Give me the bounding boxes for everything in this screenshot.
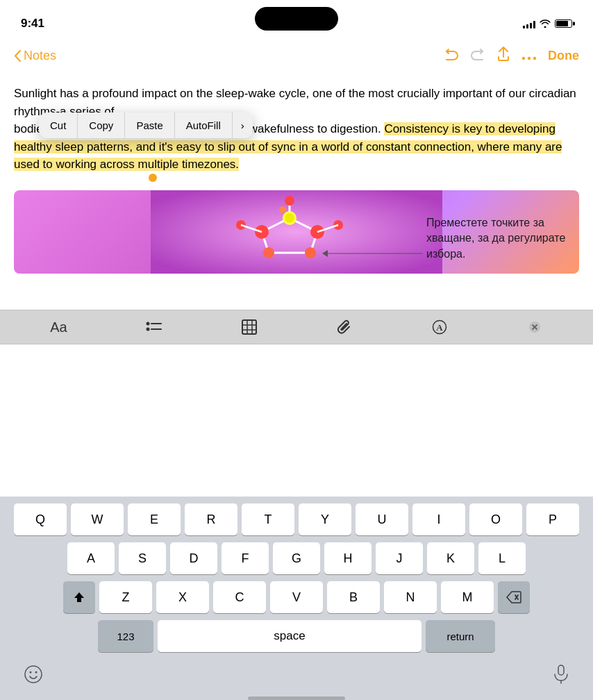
annotation: Преместете точките за хващане, за да рег… [426,215,579,262]
key-l[interactable]: L [478,542,526,574]
keyboard-bottom-row: 123 space return [3,620,590,652]
close-toolbar-button[interactable] [522,315,547,340]
svg-point-40 [35,672,37,674]
key-a[interactable]: A [67,542,115,574]
key-c[interactable]: C [213,581,266,613]
content-area: Cut Copy Paste AutoFill › Sunlight has a… [0,74,593,310]
key-x[interactable]: X [156,581,209,613]
table-button[interactable] [237,315,262,340]
delete-key[interactable] [498,581,530,613]
table-icon [242,319,257,335]
nav-icons: Done [444,47,579,65]
delete-icon [506,591,521,603]
svg-point-15 [305,247,316,258]
svg-point-0 [522,56,525,59]
svg-point-2 [533,56,536,59]
key-h[interactable]: H [324,542,371,574]
key-z[interactable]: Z [99,581,152,613]
home-indicator [248,697,345,700]
undo-button[interactable] [444,47,459,65]
key-i[interactable]: I [412,503,465,535]
more-menu-item[interactable]: › [233,112,253,138]
nav-back-label: Notes [24,49,56,63]
key-v[interactable]: V [270,581,323,613]
text-format-button[interactable]: A [427,315,452,340]
undo-icon [444,47,459,61]
svg-rect-41 [558,665,564,675]
paste-menu-item[interactable]: Paste [125,112,174,138]
font-format-button[interactable]: Aa [47,315,72,340]
redo-icon [470,47,485,61]
formatting-toolbar: Aa A [0,310,593,344]
done-button[interactable]: Done [548,49,579,63]
key-t[interactable]: T [242,503,294,535]
key-s[interactable]: S [119,542,166,574]
keyboard-row-2: A S D F G H J K L [3,542,590,574]
key-b[interactable]: B [327,581,380,613]
keyboard-area: Q W E R T Y U I O P A S D F G H J K L [0,497,593,700]
svg-point-14 [263,247,274,258]
key-o[interactable]: O [469,503,522,535]
key-n[interactable]: N [384,581,437,613]
nav-back-button[interactable]: Notes [14,49,437,63]
key-u[interactable]: U [356,503,408,535]
selection-cursor-dot [149,174,157,182]
key-d[interactable]: D [170,542,217,574]
emoji-button[interactable] [24,665,43,688]
key-j[interactable]: J [376,542,423,574]
close-icon [528,321,541,333]
list-format-button[interactable] [142,315,167,340]
share-button[interactable] [496,47,510,65]
svg-point-1 [528,56,531,59]
font-format-label: Aa [50,319,67,335]
microphone-icon [553,665,569,684]
signal-bars-icon [523,19,535,28]
phone-frame: 9:41 Notes [0,0,593,700]
context-menu: Cut Copy Paste AutoFill › [39,112,253,138]
key-r[interactable]: R [185,503,237,535]
key-p[interactable]: P [526,503,579,535]
key-y[interactable]: Y [299,503,351,535]
more-icon [521,56,537,60]
key-123[interactable]: 123 [98,620,153,652]
keyboard-row-1: Q W E R T Y U I O P [3,503,590,535]
nav-bar: Notes [0,38,593,74]
shift-icon [73,591,85,603]
key-f[interactable]: F [222,542,269,574]
text-format-icon: A [432,319,447,335]
annotation-text: Преместете точките за хващане, за да рег… [426,217,565,260]
attach-button[interactable] [332,315,357,340]
key-space[interactable]: space [158,620,421,652]
status-time: 9:41 [21,17,44,31]
key-k[interactable]: K [427,542,474,574]
svg-text:A: A [436,322,443,333]
svg-point-22 [146,322,149,326]
key-return[interactable]: return [426,620,495,652]
battery-icon [555,19,572,28]
dynamic-island [255,7,338,31]
autofill-menu-item[interactable]: AutoFill [175,112,233,138]
svg-rect-26 [242,320,256,334]
more-button[interactable] [521,48,537,64]
emoji-icon [24,665,43,684]
keyboard-row-3: Z X C V B N M [3,581,590,613]
svg-marker-44 [322,250,328,257]
key-g[interactable]: G [273,542,320,574]
svg-point-11 [285,213,294,223]
key-m[interactable]: M [441,581,494,613]
svg-point-17 [279,206,286,213]
microphone-button[interactable] [553,665,569,688]
keyboard-bottom-bar [3,656,590,697]
svg-point-16 [285,196,294,206]
chevron-left-icon [14,50,21,62]
cut-menu-item[interactable]: Cut [39,112,78,138]
key-q[interactable]: Q [14,503,67,535]
shift-key[interactable] [63,581,95,613]
key-w[interactable]: W [71,503,124,535]
copy-menu-item[interactable]: Copy [78,112,125,138]
list-icon [146,320,162,334]
paperclip-icon [337,319,351,335]
redo-button[interactable] [470,47,485,65]
svg-point-38 [25,666,42,683]
key-e[interactable]: E [128,503,181,535]
